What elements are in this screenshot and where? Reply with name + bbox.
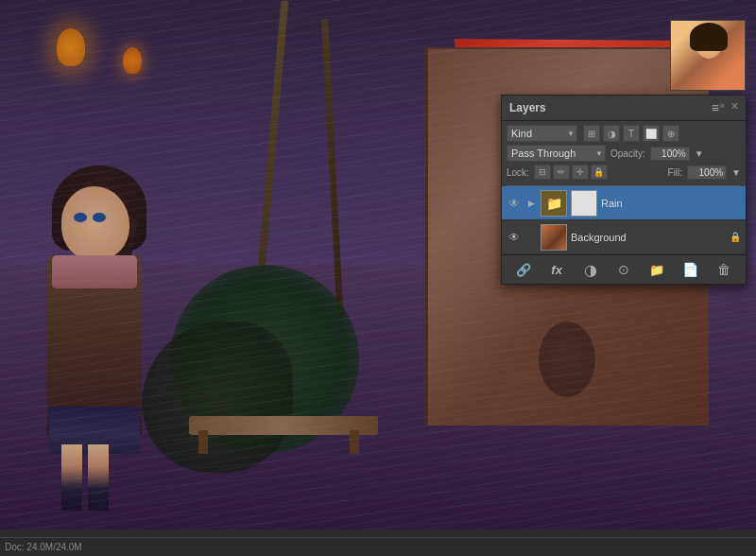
expand-rain-icon[interactable]: ▶: [525, 198, 537, 209]
fx-button[interactable]: fx: [546, 259, 567, 280]
layers-list: 👁 ▶ 📁 Rain 👁 Background 🔒: [502, 186, 746, 254]
lock-icons-group: ⊟ ✏ ✛ 🔒: [534, 165, 608, 180]
panel-menu-icon[interactable]: ≡: [712, 100, 719, 115]
kind-select[interactable]: Kind: [507, 125, 577, 142]
panel-double-arrow-icon[interactable]: »: [719, 100, 725, 111]
blend-select-wrapper: Pass Through Normal Multiply Screen ▼: [507, 145, 606, 162]
fill-chevron-icon[interactable]: ▼: [731, 167, 741, 178]
watermark: Doc: 24.0M/24.0M: [669, 514, 747, 525]
layer-controls: Kind ▼ ⊞ ◑ T ⬜ ⊕ Pass Through Normal Mul…: [502, 121, 746, 185]
char-face: [61, 186, 129, 260]
status-bar: Doc: 24.0M/24.0M: [0, 537, 756, 556]
visibility-rain-icon[interactable]: 👁: [507, 196, 522, 211]
lock-transparent-icon[interactable]: ⊟: [534, 165, 551, 180]
char-eye-2: [93, 213, 106, 222]
blend-row: Pass Through Normal Multiply Screen ▼ Op…: [507, 145, 741, 162]
layer-locked-icon: 🔒: [730, 232, 741, 242]
bench-leg-2: [350, 430, 359, 454]
folder-icon: 📁: [546, 196, 562, 211]
layer-row-background[interactable]: 👁 Background 🔒: [502, 220, 746, 254]
new-group-button[interactable]: 📁: [646, 259, 667, 280]
layer-row-rain[interactable]: 👁 ▶ 📁 Rain: [502, 186, 746, 220]
layers-panel: » ✕ Layers ≡ Kind ▼ ⊞ ◑ T ⬜ ⊕: [501, 95, 747, 285]
type-filter-icon[interactable]: T: [623, 125, 640, 142]
kind-select-wrapper: Kind ▼: [507, 125, 577, 142]
status-text: Doc: 24.0M/24.0M: [5, 542, 82, 552]
lock-row: Lock: ⊟ ✏ ✛ 🔒 Fill: ▼: [507, 165, 741, 180]
lock-label: Lock:: [507, 167, 529, 178]
new-fill-button[interactable]: ◑: [580, 259, 601, 280]
lantern-1: [57, 28, 85, 66]
panel-header: Layers ≡: [502, 96, 746, 121]
delete-layer-button[interactable]: 🗑: [713, 259, 734, 280]
opacity-label: Opacity:: [610, 148, 645, 159]
secondary-char: [539, 321, 595, 397]
new-mask-button[interactable]: ⊙: [613, 259, 634, 280]
panel-title: Layers: [509, 101, 546, 114]
link-layers-button[interactable]: 🔗: [513, 259, 534, 280]
filter-icons-group: ⊞ ◑ T ⬜ ⊕: [583, 125, 679, 142]
char-leg-2: [88, 444, 109, 511]
fill-input[interactable]: [687, 165, 727, 180]
panel-preview-thumbnail: [670, 20, 746, 91]
lock-position-icon[interactable]: ✛: [572, 165, 589, 180]
panel-bottom-toolbar: 🔗 fx ◑ ⊙ 📁 📄 🗑: [502, 254, 746, 284]
layer-thumb-background: [541, 224, 567, 251]
layer-folder-thumb-rain: 📁: [541, 190, 567, 217]
panel-close-icon[interactable]: ✕: [730, 100, 739, 113]
char-eye-1: [74, 213, 87, 222]
smart-filter-icon[interactable]: ⊕: [662, 125, 679, 142]
fill-label: Fill:: [668, 167, 683, 178]
layer-name-background: Background: [571, 232, 726, 243]
blend-mode-select[interactable]: Pass Through Normal Multiply Screen: [507, 145, 606, 162]
lantern-2: [123, 47, 142, 74]
layer-mask-thumb-rain: [571, 190, 597, 217]
shape-filter-icon[interactable]: ⬜: [643, 125, 660, 142]
kind-row: Kind ▼ ⊞ ◑ T ⬜ ⊕: [507, 125, 741, 142]
lock-all-icon[interactable]: 🔒: [591, 165, 608, 180]
char-leg-1: [61, 444, 82, 511]
pixel-filter-icon[interactable]: ⊞: [583, 125, 600, 142]
lock-pixels-icon[interactable]: ✏: [553, 165, 570, 180]
bench-leg-1: [198, 430, 208, 454]
visibility-background-icon[interactable]: 👁: [507, 230, 522, 245]
adjustment-filter-icon[interactable]: ◑: [603, 125, 620, 142]
new-layer-button[interactable]: 📄: [680, 259, 701, 280]
char-scarf: [52, 255, 137, 288]
layer-name-rain: Rain: [601, 198, 741, 209]
opacity-input[interactable]: [650, 147, 690, 161]
opacity-chevron-icon[interactable]: ▼: [695, 148, 704, 159]
